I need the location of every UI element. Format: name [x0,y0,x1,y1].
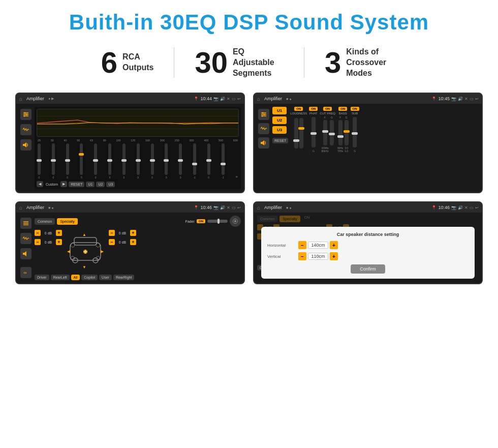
rearleft-button[interactable]: RearLeft [51,275,70,280]
u2-button[interactable]: U2 [272,116,287,124]
eq-sidebar-equalizer[interactable] [20,109,32,120]
all-button[interactable]: All [71,275,80,280]
loudness-slider-low[interactable] [294,118,298,148]
user-button[interactable]: User [99,275,112,280]
eq-slider-track-13[interactable] [207,143,210,175]
fader-icon-wave[interactable] [20,233,32,244]
horizontal-row: Horizontal − 140cm + [267,241,469,249]
eq-slider-col-5: 0 [94,143,97,179]
fader-icon-arrows[interactable]: ⇔ [20,267,32,278]
eq-slider-col-1: 0 [38,143,41,179]
fader-icon-speaker[interactable] [20,248,32,259]
reset-preset-button[interactable]: RESET [69,182,84,187]
fader-settings-icon[interactable] [230,216,241,227]
location-icon: 📍 [194,97,199,101]
dialog-bg-tabs: Common Specialty ON [257,216,479,222]
eq-more[interactable]: » [235,174,237,179]
db-plus-rr[interactable]: + [130,239,136,245]
reset-button[interactable]: RESET [272,138,288,143]
driver-button[interactable]: Driver [35,275,49,280]
crossover-icon-eq[interactable] [258,109,269,120]
eq-time: 10:44 [200,96,212,101]
dialog-status-bar: ⌂ Amplifier ■ ● 📍 10:46 📷 🔊 ✕ ▭ ↩ [254,202,482,213]
svg-point-34 [71,243,75,247]
db-control-rl: − 0 dB + [35,239,62,245]
eq-slider-track-12[interactable] [193,143,196,175]
u2-preset-button[interactable]: U2 [96,182,105,187]
home-icon: ⌂ [19,96,22,102]
eq-sidebar-wave[interactable] [20,124,32,135]
db-minus-rr[interactable]: − [109,239,115,245]
eq-slider-track-3[interactable] [66,143,69,175]
volume-icon-4: 🔊 [458,205,463,210]
phat-slider[interactable] [312,117,316,147]
db-value-rl: 0 dB [42,241,54,244]
eq-slider-track-8[interactable] [137,143,140,175]
copilot-button[interactable]: Copilot [81,275,98,280]
eq-slider-track-9[interactable] [151,143,154,175]
bass-slider-g[interactable] [345,120,349,145]
window-icon-4: ▭ [470,205,474,210]
eq-sidebar-speaker[interactable] [20,139,32,151]
phat-on: ON [309,107,318,111]
next-preset-button[interactable]: ▶ [60,181,67,187]
db-minus-fl[interactable]: − [35,230,41,236]
rearright-button[interactable]: RearRight [113,275,135,280]
eq-slider-track-11[interactable] [179,143,182,175]
location-icon-2: 📍 [431,97,437,101]
cutfreq-label: CUT FREQ [320,112,335,115]
horizontal-minus-button[interactable]: − [298,241,306,249]
u1-button[interactable]: U1 [272,107,287,114]
location-icon-4: 📍 [431,205,437,210]
bass-slider-f[interactable] [338,120,343,145]
vertical-minus-button[interactable]: − [298,252,306,260]
eq-slider-col-2: 0 [52,143,55,179]
db-plus-rl[interactable]: + [56,239,62,245]
eq-slider-track-5[interactable] [94,143,97,175]
db-minus-fr[interactable]: − [109,230,115,236]
eq-slider-track-2[interactable] [52,143,55,175]
vertical-row: Vertical − 110cm + [267,252,469,260]
db-value-rr: 0 dB [116,241,129,244]
confirm-button[interactable]: Confirm [351,264,385,274]
stats-row: 6 RCAOutputs 30 EQ AdjustableSegments 3 … [15,47,483,78]
eq-slider-col-14: -1 [222,143,225,179]
specialty-tab[interactable]: Specialty [57,218,77,225]
eq-slider-track-7[interactable] [122,143,126,175]
prev-preset-button[interactable]: ◀ [37,181,43,187]
db-minus-rl[interactable]: − [35,239,41,245]
crossover-status-bar: ⌂ Amplifier ■ ● 📍 10:45 📷 🔊 ✕ ▭ ↩ [254,94,482,104]
dialog-bg-specialty-tab: Specialty [279,216,300,222]
eq-slider-track-4[interactable] [80,143,83,175]
horizontal-plus-button[interactable]: + [330,241,338,249]
camera-icon-3: 📷 [213,205,219,210]
crossover-icon-wave[interactable] [258,123,269,134]
fader-slider[interactable] [207,220,228,223]
eq-slider-track-6[interactable] [108,143,111,175]
eq-dot-icons: ● ▶ [48,97,54,101]
db-plus-fl[interactable]: + [56,230,62,236]
fader-on-badge: ON [197,219,205,223]
u3-button[interactable]: U3 [272,126,287,134]
cutfreq-slider-f[interactable] [323,120,327,145]
dialog-time: 10:46 [438,205,450,210]
sub-slider[interactable] [353,117,357,147]
u3-preset-button[interactable]: U3 [106,182,115,187]
screens-grid: ⌂ Amplifier ● ▶ 📍 10:44 📷 🔊 ✕ ▭ ↩ [15,93,483,284]
common-tab[interactable]: Common [35,218,55,225]
loudness-slider-high[interactable] [299,118,303,148]
db-plus-fr[interactable]: + [130,230,136,236]
eq-slider-track-14[interactable] [222,143,225,175]
u1-preset-button[interactable]: U1 [86,182,95,187]
vertical-plus-button[interactable]: + [330,252,338,260]
window-icon-2: ▭ [470,97,474,101]
stat-number-crossover: 3 [325,48,341,77]
cutfreq-slider-g[interactable] [330,120,334,145]
crossover-icon-speaker[interactable] [258,137,269,148]
eq-slider-col-11: 0 [179,143,182,179]
eq-freq-labels: 25 32 40 50 63 80 100 125 160 200 250 32… [37,139,239,142]
svg-point-25 [234,220,236,222]
eq-slider-track-1[interactable] [38,143,41,175]
fader-icon-eq[interactable] [20,218,32,229]
eq-slider-track-10[interactable] [165,143,168,175]
